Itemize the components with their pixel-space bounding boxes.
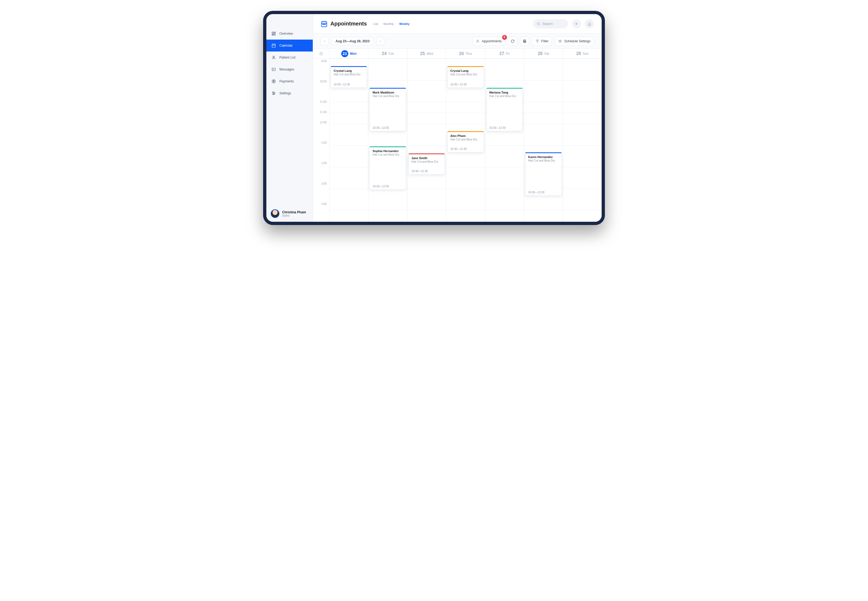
calendar-header: 23Mon24Tue25Wed26Thur27Fri28Sat29Sun <box>313 49 602 58</box>
next-week-button[interactable] <box>376 37 384 45</box>
appointment-name: Alex Pham <box>450 134 481 137</box>
dollar-icon <box>271 79 276 84</box>
refresh-button[interactable] <box>508 37 517 46</box>
print-button[interactable] <box>520 37 529 46</box>
search-input[interactable]: Search <box>533 19 568 29</box>
sliders-icon <box>271 91 276 96</box>
day-column[interactable] <box>563 58 602 222</box>
day-header[interactable]: 28Sat <box>524 49 562 58</box>
sidebar-item-calendar[interactable]: Calendar <box>266 40 313 52</box>
appointment-name: Sophia Hernandez <box>373 149 403 153</box>
appointments-badge: 8 <box>502 35 507 40</box>
profile-card[interactable]: Christina Pham Stylist <box>266 206 313 222</box>
appointment-service: Hair Cut and Blow Dry <box>411 160 442 163</box>
appointment-service: Hair Cut and Blow Dry <box>373 95 403 98</box>
svg-rect-1 <box>274 32 275 33</box>
page-title: Appointments <box>330 21 367 27</box>
svg-point-37 <box>560 41 561 42</box>
calendar-grid[interactable]: Crystal LangHair Cut and Blow Dry10:30—1… <box>329 58 602 222</box>
day-label: Wed <box>427 52 433 56</box>
day-column[interactable]: Mariana TangHair Cut and Blow Dry10:30—1… <box>485 58 524 222</box>
appointment-card[interactable]: Jane SmithHair Cut and Blow Dry10:30—12:… <box>408 153 445 175</box>
day-header[interactable]: 25Wed <box>407 49 446 58</box>
time-label: 12:00 <box>313 120 329 140</box>
appointment-card[interactable]: Karen HernandezHair Cut and Blow Dry10:3… <box>525 153 561 196</box>
day-header[interactable]: 26Thur <box>446 49 485 58</box>
svg-point-24 <box>537 23 539 25</box>
sidebar-item-overview[interactable]: Overview <box>266 27 313 40</box>
time-label: 2:00 <box>313 181 329 201</box>
day-header[interactable]: 23Mon <box>329 49 368 58</box>
sidebar-item-patient-list[interactable]: Patient List <box>266 52 313 63</box>
svg-point-28 <box>477 40 478 41</box>
day-number: 26 <box>459 51 464 56</box>
avatar <box>271 209 280 218</box>
schedule-settings-label: Schedule Settings <box>564 39 590 43</box>
filter-icon <box>535 39 539 43</box>
appointment-time: 10:30—12:30 <box>528 191 558 194</box>
tab-monthly[interactable]: Monthly <box>384 22 394 26</box>
svg-point-8 <box>273 56 274 58</box>
sidebar-item-messages[interactable]: Messages <box>266 63 313 75</box>
day-header[interactable]: 29Sun <box>563 49 602 58</box>
day-header[interactable]: 27Fri <box>485 49 524 58</box>
bell-icon <box>587 22 591 26</box>
day-label: Tue <box>388 52 394 56</box>
appointment-time: 10:30—12:30 <box>373 185 403 188</box>
svg-rect-3 <box>272 34 274 35</box>
day-column[interactable]: Jane SmithHair Cut and Blow Dry10:30—12:… <box>407 58 446 222</box>
notifications-button[interactable] <box>585 19 594 29</box>
appointments-button[interactable]: Appointments 8 <box>472 37 505 46</box>
day-number: 24 <box>382 51 387 56</box>
print-icon <box>523 39 527 43</box>
tab-weekly[interactable]: Weekly <box>399 22 410 26</box>
day-column[interactable]: Crystal LangHair Cut and Blow Dry10:30—1… <box>329 58 368 222</box>
topbar: Appointments List Monthly Weekly Search <box>313 14 602 34</box>
day-column[interactable]: Mark MaddisonHair Cut and Blow Dry10:30—… <box>368 58 407 222</box>
tab-list[interactable]: List <box>373 22 378 26</box>
day-label: Thur <box>466 52 472 56</box>
appointment-service: Hair Cut and Blow Dry <box>373 153 403 156</box>
appointment-name: Crystal Lang <box>450 69 481 72</box>
appointment-name: Mark Maddison <box>373 91 403 94</box>
appointment-card[interactable]: Alex PhamHair Cut and Blow Dry10:30—12:3… <box>447 131 484 153</box>
appointment-time: 10:30—12:30 <box>450 83 481 86</box>
svg-marker-32 <box>536 40 539 42</box>
appointment-service: Hair Cut and Blow Dry <box>334 73 364 76</box>
appointment-time: 10:30—12:30 <box>450 148 481 151</box>
time-label: 9:00 <box>313 58 329 79</box>
svg-point-21 <box>323 24 323 25</box>
appointment-time: 10:30—12:30 <box>411 170 442 173</box>
day-header[interactable]: 24Tue <box>368 49 407 58</box>
filter-label: Filter <box>541 39 549 43</box>
appointment-time: 10:30—12:30 <box>489 126 520 129</box>
appointment-card[interactable]: Crystal LangHair Cut and Blow Dry10:30—1… <box>331 66 367 88</box>
appointment-card[interactable]: Crystal LangHair Cut and Blow Dry10:30—1… <box>447 66 484 88</box>
add-button[interactable] <box>572 19 581 29</box>
appointment-card[interactable]: Sophia HernandezHair Cut and Blow Dry10:… <box>370 146 406 190</box>
time-label: 1:00 <box>313 160 329 181</box>
time-label: 10:00 <box>313 79 329 99</box>
appointment-card[interactable]: Mariana TangHair Cut and Blow Dry10:30—1… <box>486 88 523 131</box>
appointment-service: Hair Cut and Blow Dry <box>489 95 520 98</box>
prev-week-button[interactable] <box>321 37 329 45</box>
sidebar-label: Payments <box>280 79 294 83</box>
chevron-left-icon <box>323 40 326 43</box>
date-range[interactable]: Aug 23—Aug 29, 2023 <box>332 37 373 45</box>
time-label: 1:00 <box>313 140 329 160</box>
day-label: Fri <box>506 52 510 56</box>
svg-point-38 <box>561 40 561 40</box>
appointment-card[interactable]: Mark MaddisonHair Cut and Blow Dry10:30—… <box>370 88 406 131</box>
schedule-settings-button[interactable]: Schedule Settings <box>555 37 594 46</box>
svg-point-23 <box>325 24 326 25</box>
sidebar-item-settings[interactable]: Settings <box>266 87 313 99</box>
sidebar-label: Calendar <box>280 44 293 47</box>
appointment-name: Jane Smith <box>411 156 442 160</box>
day-column[interactable]: Crystal LangHair Cut and Blow Dry10:30—1… <box>446 58 485 222</box>
appointment-service: Hair Cut and Blow Dry <box>450 73 481 76</box>
filter-button[interactable]: Filter <box>532 37 552 46</box>
search-icon <box>536 22 540 26</box>
day-column[interactable]: Karen HernandezHair Cut and Blow Dry10:3… <box>524 58 562 222</box>
sidebar-item-payments[interactable]: Payments <box>266 75 313 87</box>
day-label: Sun <box>583 52 588 56</box>
